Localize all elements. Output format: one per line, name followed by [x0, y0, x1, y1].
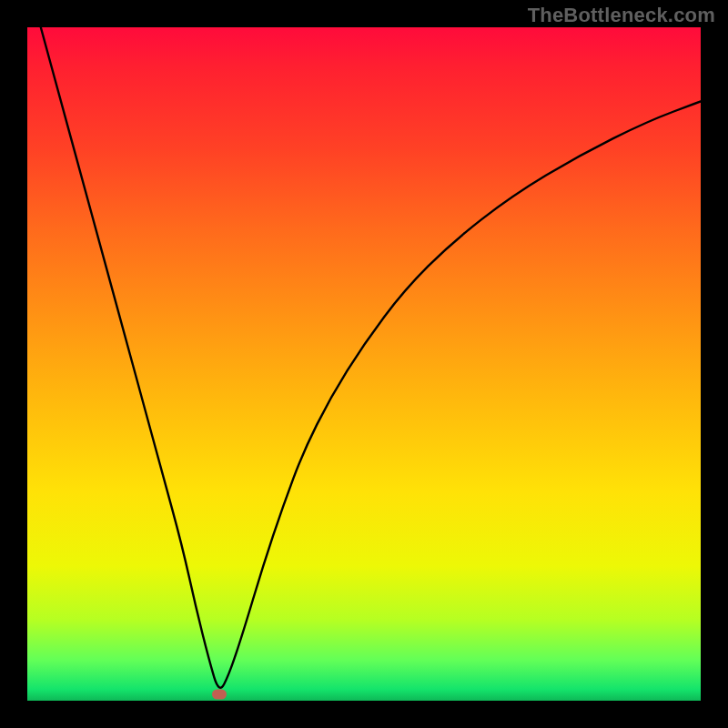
- optimal-point-marker: [212, 689, 227, 699]
- plot-area: [27, 27, 701, 701]
- watermark-label: TheBottleneck.com: [528, 4, 715, 27]
- chart-frame: TheBottleneck.com: [0, 0, 728, 728]
- bottleneck-curve: [27, 27, 701, 701]
